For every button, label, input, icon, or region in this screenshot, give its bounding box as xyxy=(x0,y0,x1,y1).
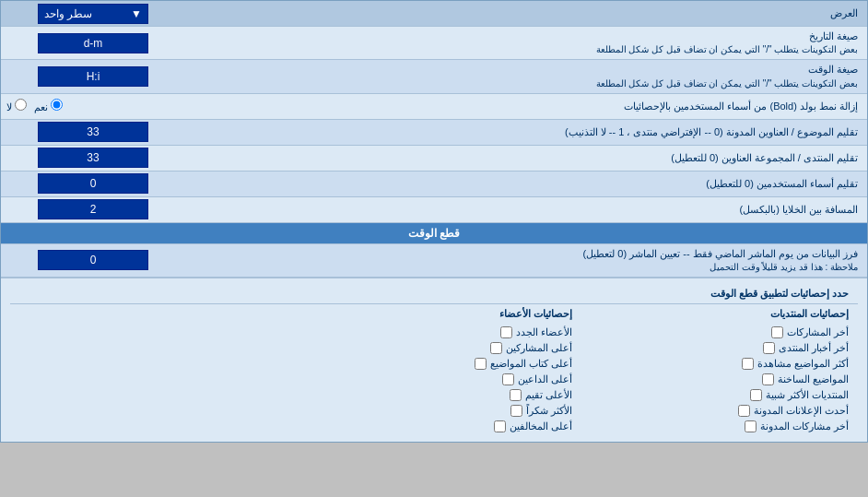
dropdown-label: سطر واحد xyxy=(44,7,92,20)
forum-topic-limit-input[interactable] xyxy=(38,122,148,142)
checkbox-forum-2[interactable] xyxy=(742,358,754,370)
header-title: العرض xyxy=(830,7,858,18)
checkbox-member-4[interactable] xyxy=(510,389,522,401)
checkbox-label-member-1: أعلى المشاركين xyxy=(506,342,572,354)
checkbox-item-member-2: أعلى كتاب المواضيع xyxy=(296,358,572,370)
user-names-limit-label: تقليم أسماء المستخدمين (0 للتعطيل) xyxy=(185,174,867,194)
time-format-row: صيغة الوقت بعض التكوينات يتطلب "/" التي … xyxy=(1,60,867,93)
radio-no-label: لا xyxy=(6,99,27,113)
forum-stats-header: إحصائيات المنتديات xyxy=(572,308,849,320)
forum-stats-col: إحصائيات المنتديات أخر المشاركات أخر أخب… xyxy=(572,308,849,432)
radio-yes-label: نعم xyxy=(34,99,63,113)
cutoff-label: فرز البيانات من يوم الماشر الماضي فقط --… xyxy=(185,244,867,277)
forum-topic-limit-input-cell xyxy=(1,120,185,144)
dropdown-cell: ▼ سطر واحد xyxy=(1,2,185,26)
checkbox-member-0[interactable] xyxy=(500,326,512,338)
checkbox-label-forum-2: أكثر المواضيع مشاهدة xyxy=(757,358,849,370)
checkbox-label-member-3: أعلى الداعين xyxy=(518,373,572,385)
cell-spacing-label: المسافة بين الخلايا (بالبكسل) xyxy=(185,200,867,219)
cutoff-input-cell xyxy=(1,248,185,272)
checkbox-member-5[interactable] xyxy=(510,405,522,417)
forum-group-limit-input-cell xyxy=(1,146,185,170)
cutoff-section-header: قطع الوقت xyxy=(1,223,867,244)
checkbox-forum-5[interactable] xyxy=(738,405,750,417)
cell-spacing-row: المسافة بين الخلايا (بالبكسل) xyxy=(1,197,867,223)
header-row: العرض ▼ سطر واحد xyxy=(1,1,867,27)
stats-header: حدد إحصائيات لتطبيق قطع الوقت xyxy=(10,284,858,304)
header-title-label: العرض xyxy=(185,4,867,23)
checkbox-forum-1[interactable] xyxy=(763,342,775,354)
cutoff-title: قطع الوقت xyxy=(408,227,460,240)
checkbox-item-member-4: الأعلى تقيم xyxy=(296,389,572,401)
time-format-note: بعض التكوينات يتطلب "/" التي يمكن ان تضا… xyxy=(194,77,858,90)
forum-topic-limit-row: تقليم الموضوع / العناوين المدونة (0 -- ا… xyxy=(1,120,867,146)
checkbox-forum-4[interactable] xyxy=(750,389,762,401)
stats-checkboxes-area: حدد إحصائيات لتطبيق قطع الوقت إحصائيات ا… xyxy=(1,278,867,442)
user-names-limit-row: تقليم أسماء المستخدمين (0 للتعطيل) xyxy=(1,172,867,197)
checkbox-forum-0[interactable] xyxy=(771,326,783,338)
bold-remove-label: إزالة نمط بولد (Bold) من أسماء المستخدمي… xyxy=(185,97,867,116)
checkbox-label-member-5: الأكثر شكراً xyxy=(526,405,572,417)
checkbox-label-member-2: أعلى كتاب المواضيع xyxy=(490,358,572,370)
checkbox-label-member-4: الأعلى تقيم xyxy=(525,389,572,401)
checkbox-label-forum-1: أخر أخبار المنتدى xyxy=(779,342,849,354)
member-stats-header: إحصائيات الأعضاء xyxy=(296,308,572,320)
empty-col xyxy=(19,308,296,432)
time-format-label: صيغة الوقت بعض التكوينات يتطلب "/" التي … xyxy=(185,60,867,92)
forum-group-limit-row: تقليم المنتدى / المجموعة العناوين (0 للت… xyxy=(1,146,867,172)
time-format-input[interactable] xyxy=(38,66,148,87)
checkbox-label-forum-3: المواضيع الساخنة xyxy=(778,373,849,385)
checkbox-label-forum-5: أحدث الإعلانات المدونة xyxy=(754,405,849,417)
checkbox-member-1[interactable] xyxy=(490,342,502,354)
cell-spacing-input[interactable] xyxy=(38,199,148,219)
checkbox-item-forum-6: أخر مشاركات المدونة xyxy=(572,420,849,432)
stats-header-text: حدد إحصائيات لتطبيق قطع الوقت xyxy=(710,288,849,299)
date-format-main-label: صيغة التاريخ xyxy=(194,30,858,43)
checkbox-item-member-3: أعلى الداعين xyxy=(296,373,572,385)
radio-yes[interactable] xyxy=(51,99,63,111)
user-names-limit-input[interactable] xyxy=(38,173,148,194)
checkbox-item-member-1: أعلى المشاركين xyxy=(296,342,572,354)
checkboxes-row: إحصائيات المنتديات أخر المشاركات أخر أخب… xyxy=(10,304,858,436)
checkbox-forum-6[interactable] xyxy=(745,420,757,432)
time-format-input-cell xyxy=(1,65,185,89)
user-names-limit-input-cell xyxy=(1,172,185,195)
checkbox-item-member-0: الأعضاء الجدد xyxy=(296,326,572,338)
checkbox-item-forum-1: أخر أخبار المنتدى xyxy=(572,342,849,354)
checkbox-label-forum-4: المنتديات الأكثر شبية xyxy=(766,389,849,401)
cutoff-input[interactable] xyxy=(38,250,148,270)
view-mode-dropdown[interactable]: ▼ سطر واحد xyxy=(38,4,148,24)
date-format-row: صيغة التاريخ بعض التكوينات يتطلب "/" الت… xyxy=(1,27,867,60)
checkbox-label-forum-0: أخر المشاركات xyxy=(787,326,849,338)
dropdown-arrow-icon: ▼ xyxy=(131,7,142,20)
main-container: العرض ▼ سطر واحد صيغة التاريخ بعض التكوي… xyxy=(0,0,868,443)
checkbox-item-forum-2: أكثر المواضيع مشاهدة xyxy=(572,358,849,370)
forum-group-limit-label: تقليم المنتدى / المجموعة العناوين (0 للت… xyxy=(185,148,867,168)
checkbox-label-member-6: أعلى المخالفين xyxy=(510,420,572,432)
checkbox-item-forum-0: أخر المشاركات xyxy=(572,326,849,338)
checkbox-member-6[interactable] xyxy=(494,420,506,432)
date-format-note: بعض التكوينات يتطلب "/" التي يمكن ان تضا… xyxy=(194,43,858,56)
checkbox-forum-3[interactable] xyxy=(762,373,774,385)
checkbox-item-forum-4: المنتديات الأكثر شبية xyxy=(572,389,849,401)
checkbox-label-member-0: الأعضاء الجدد xyxy=(516,326,572,338)
checkbox-item-forum-3: المواضيع الساخنة xyxy=(572,373,849,385)
member-stats-col: إحصائيات الأعضاء الأعضاء الجدد أعلى المش… xyxy=(296,308,572,432)
bold-remove-row: إزالة نمط بولد (Bold) من أسماء المستخدمي… xyxy=(1,94,867,120)
date-format-label: صيغة التاريخ بعض التكوينات يتطلب "/" الت… xyxy=(185,27,867,59)
checkbox-member-3[interactable] xyxy=(502,373,514,385)
checkbox-item-member-5: الأكثر شكراً xyxy=(296,405,572,417)
date-format-input-cell xyxy=(1,31,185,55)
date-format-input[interactable] xyxy=(38,33,148,53)
forum-topic-limit-label: تقليم الموضوع / العناوين المدونة (0 -- ا… xyxy=(185,123,867,142)
radio-no[interactable] xyxy=(15,99,27,111)
checkbox-member-2[interactable] xyxy=(475,358,487,370)
cell-spacing-input-cell xyxy=(1,197,185,221)
bold-remove-radio-cell: نعم لا xyxy=(1,97,185,115)
forum-group-limit-input[interactable] xyxy=(38,148,148,168)
checkbox-item-forum-5: أحدث الإعلانات المدونة xyxy=(572,405,849,417)
cutoff-note: ملاحظة : هذا قد يزيد قليلاً وقت التحميل xyxy=(194,261,858,274)
cutoff-main-label: فرز البيانات من يوم الماشر الماضي فقط --… xyxy=(194,247,858,261)
cutoff-row: فرز البيانات من يوم الماشر الماضي فقط --… xyxy=(1,244,867,278)
checkbox-label-forum-6: أخر مشاركات المدونة xyxy=(760,420,849,432)
